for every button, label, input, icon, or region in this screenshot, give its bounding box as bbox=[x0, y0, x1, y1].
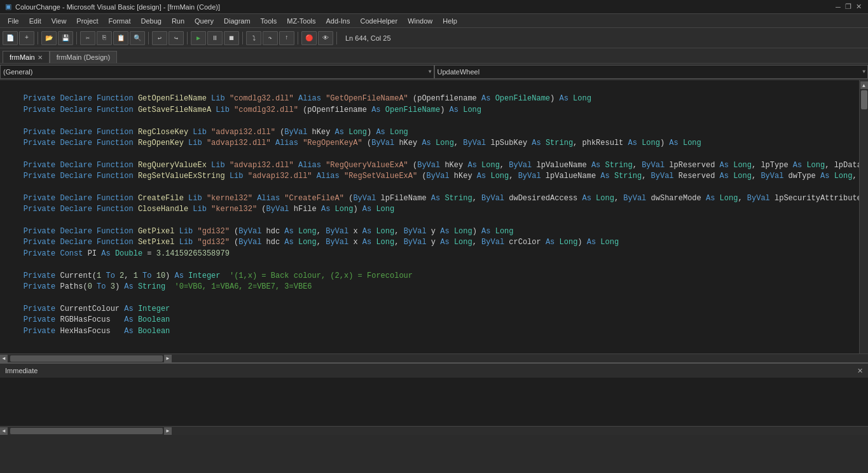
menu-bar: File Edit View Project Format Debug Run … bbox=[0, 14, 868, 28]
toolbar-step-out[interactable]: ↑ bbox=[279, 31, 294, 45]
menu-debug[interactable]: Debug bbox=[135, 16, 166, 26]
menu-diagram[interactable]: Diagram bbox=[219, 16, 256, 26]
title-bar-text: ColourChange - Microsoft Visual Basic [d… bbox=[15, 3, 220, 11]
menu-tools[interactable]: Tools bbox=[256, 16, 282, 26]
title-bar: ▣ ColourChange - Microsoft Visual Basic … bbox=[0, 0, 868, 14]
menu-project[interactable]: Project bbox=[71, 16, 103, 26]
scroll-up-arrow[interactable]: ▲ bbox=[860, 81, 868, 89]
toolbar-step-over[interactable]: ↷ bbox=[263, 31, 278, 45]
menu-edit[interactable]: Edit bbox=[24, 16, 46, 26]
tab-frmmain-design[interactable]: frmMain (Design) bbox=[50, 51, 117, 63]
immediate-header: Immediate ✕ bbox=[0, 362, 868, 378]
restore-button[interactable]: ❐ bbox=[844, 3, 853, 11]
menu-file[interactable]: File bbox=[3, 16, 24, 26]
bottom-hscroll-thumb[interactable] bbox=[10, 428, 163, 434]
toolbar-sep-3 bbox=[148, 32, 149, 45]
app-icon: ▣ bbox=[5, 3, 11, 11]
tabs-row: frmMain ✕ frmMain (Design) bbox=[0, 48, 868, 64]
dropdowns-row: (General) UpdateWheel bbox=[0, 64, 868, 80]
bottom-hscroll-left-arrow[interactable]: ◀ bbox=[0, 427, 8, 435]
menu-mztools[interactable]: MZ-Tools bbox=[282, 16, 320, 26]
bottom-horizontal-scrollbar[interactable]: ◀ ▶ bbox=[0, 426, 868, 435]
toolbar-stop[interactable]: ⏹ bbox=[224, 31, 239, 45]
toolbar-step-into[interactable]: ⤵ bbox=[246, 31, 261, 45]
horizontal-scrollbar[interactable]: ◀ ▶ bbox=[0, 353, 868, 362]
menu-format[interactable]: Format bbox=[104, 16, 136, 26]
status-position: Ln 644, Col 25 bbox=[345, 34, 391, 42]
tab-frmmain[interactable]: frmMain ✕ bbox=[3, 51, 50, 63]
menu-view[interactable]: View bbox=[46, 16, 72, 26]
tab-frmmain-close[interactable]: ✕ bbox=[38, 54, 43, 61]
hscroll-thumb[interactable] bbox=[10, 355, 163, 362]
toolbar-watch[interactable]: 👁 bbox=[318, 31, 333, 45]
scroll-thumb[interactable] bbox=[861, 90, 867, 109]
toolbar-sep-1 bbox=[38, 32, 38, 45]
toolbar-copy[interactable]: ⎘ bbox=[97, 31, 112, 45]
toolbar-save[interactable]: 💾 bbox=[58, 31, 73, 45]
tab-frmmain-label: frmMain bbox=[10, 53, 35, 61]
toolbar-pause[interactable]: ⏸ bbox=[207, 31, 223, 45]
menu-help[interactable]: Help bbox=[437, 16, 462, 26]
immediate-close[interactable]: ✕ bbox=[857, 367, 863, 375]
toolbar-find[interactable]: 🔍 bbox=[130, 31, 145, 45]
code-content: Private Declare Function GetOpenFileName… bbox=[0, 83, 859, 353]
toolbar-add[interactable]: + bbox=[19, 31, 34, 45]
toolbar-undo[interactable]: ↩ bbox=[152, 31, 167, 45]
hscroll-left-arrow[interactable]: ◀ bbox=[0, 355, 8, 362]
code-editor[interactable]: Private Declare Function GetOpenFileName… bbox=[0, 80, 859, 353]
minimize-button[interactable]: ─ bbox=[834, 3, 843, 11]
title-bar-controls[interactable]: ─ ❐ ✕ bbox=[834, 3, 863, 11]
object-dropdown[interactable]: (General) bbox=[0, 65, 434, 79]
toolbar-run[interactable]: ▶ bbox=[191, 31, 206, 45]
menu-addins[interactable]: Add-Ins bbox=[321, 16, 355, 26]
tab-frmmain-design-label: frmMain (Design) bbox=[57, 53, 110, 61]
toolbar-cut[interactable]: ✂ bbox=[80, 31, 95, 45]
toolbar-new[interactable]: 📄 bbox=[3, 31, 18, 45]
toolbar: 📄 + 📂 💾 ✂ ⎘ 📋 🔍 ↩ ↪ ▶ ⏸ ⏹ ⤵ ↷ ↑ 🔴 👁 Ln 6… bbox=[0, 28, 868, 48]
toolbar-sep-5 bbox=[242, 32, 243, 45]
hscroll-right-arrow[interactable]: ▶ bbox=[164, 355, 172, 362]
menu-query[interactable]: Query bbox=[189, 16, 219, 26]
menu-run[interactable]: Run bbox=[167, 16, 189, 26]
procedure-dropdown[interactable]: UpdateWheel bbox=[434, 65, 869, 79]
procedure-dropdown-wrapper: UpdateWheel bbox=[434, 65, 869, 79]
menu-codehelper[interactable]: CodeHelper bbox=[355, 16, 403, 26]
toolbar-paste[interactable]: 📋 bbox=[113, 31, 128, 45]
immediate-label: Immediate bbox=[5, 367, 38, 374]
toolbar-redo[interactable]: ↪ bbox=[169, 31, 184, 45]
toolbar-sep-2 bbox=[76, 32, 77, 45]
bottom-hscroll-right-arrow[interactable]: ▶ bbox=[164, 427, 172, 435]
toolbar-sep-6 bbox=[298, 32, 298, 45]
toolbar-sep-4 bbox=[187, 32, 188, 45]
vertical-scrollbar[interactable]: ▲ bbox=[859, 80, 868, 353]
toolbar-sep-7 bbox=[336, 32, 337, 45]
title-bar-left: ▣ ColourChange - Microsoft Visual Basic … bbox=[5, 3, 220, 11]
toolbar-open[interactable]: 📂 bbox=[41, 31, 57, 45]
code-container: Private Declare Function GetOpenFileName… bbox=[0, 80, 868, 353]
close-button[interactable]: ✕ bbox=[854, 3, 863, 11]
object-dropdown-wrapper: (General) bbox=[0, 65, 434, 79]
immediate-body[interactable] bbox=[0, 378, 868, 426]
toolbar-breakpoint[interactable]: 🔴 bbox=[301, 31, 317, 45]
menu-window[interactable]: Window bbox=[403, 16, 437, 26]
